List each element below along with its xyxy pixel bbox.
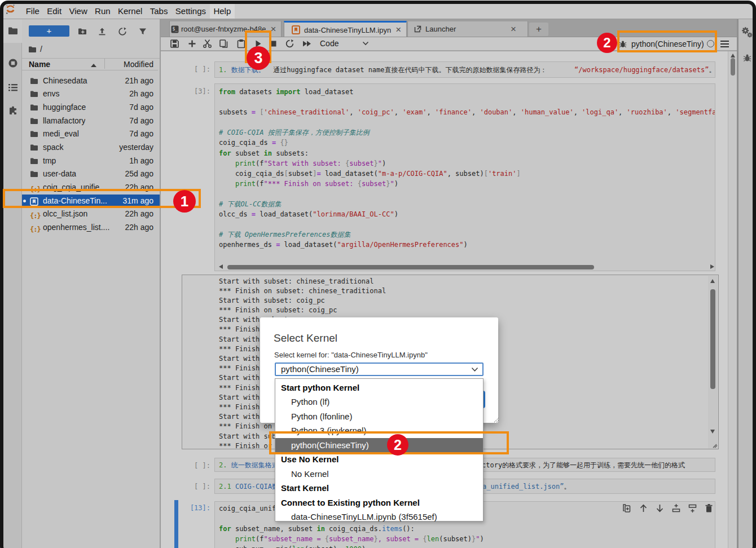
cell-prompt: [3]: xyxy=(177,87,210,95)
cell-source: 1. 数据下载。 通过huggingface dataset name直接在代码… xyxy=(219,65,547,75)
code-segment: 'ruozhiba' xyxy=(627,108,667,116)
kernel-option-python-lfonline-[interactable]: Python (lfonline) xyxy=(275,409,483,423)
kernel-option-data-chinesetinyllm-ipynb-3f5615ef-[interactable]: data-ChineseTinyLLM.ipynb (3f5615ef) xyxy=(275,510,483,524)
file-modified: 22h ago xyxy=(125,209,153,218)
file-browser-icon[interactable] xyxy=(8,26,18,36)
menu-help[interactable]: Help xyxy=(210,4,235,19)
kernel-option-start-kernel[interactable]: Start Kernel xyxy=(275,481,483,495)
code-segment: (): xyxy=(402,525,415,533)
tab-label[interactable]: data-ChineseTinyLLM.ipyn xyxy=(304,26,391,34)
tab-launcher[interactable]: Launcher × xyxy=(407,21,528,37)
menu-edit[interactable]: Edit xyxy=(43,4,65,19)
folder-icon xyxy=(30,90,38,98)
kernel-option-start-python-kernel[interactable]: Start python Kernel xyxy=(275,381,483,395)
tab-close-icon[interactable]: × xyxy=(511,24,516,35)
file-row-tmp[interactable]: tmp1h ago xyxy=(22,154,160,168)
code-cell-3[interactable]: from datasets import load_dataset subset… xyxy=(214,83,715,271)
markdown-cell-1[interactable]: 1. 数据下载。 通过huggingface dataset name直接在代码… xyxy=(214,61,715,78)
table-of-contents-icon[interactable] xyxy=(8,82,18,92)
file-row-spack[interactable]: spackyesterday xyxy=(22,141,160,154)
filter-icon[interactable] xyxy=(138,27,147,36)
kernel-option-connect-to-existing-python-kernel[interactable]: Connect to Existing python Kernel xyxy=(275,496,483,510)
insert-cell-below-icon[interactable] xyxy=(688,503,697,513)
column-name[interactable]: Name xyxy=(29,60,50,69)
file-row-Chinesedata[interactable]: Chinesedata21h ago xyxy=(22,74,160,88)
code-segment: , xyxy=(667,108,675,116)
code-segment xyxy=(219,180,235,188)
code-segment: , xyxy=(427,108,435,116)
new-tab-button[interactable]: + xyxy=(529,23,548,36)
delete-cell-icon[interactable] xyxy=(704,503,714,513)
kernel-option-use-no-kernel[interactable]: Use No Kernel xyxy=(275,452,483,466)
code-segment: 'segmentfault' xyxy=(675,108,715,116)
run-all-icon[interactable] xyxy=(302,39,311,48)
scroll-right-icon[interactable] xyxy=(710,264,714,269)
scrollbar-thumb[interactable] xyxy=(227,265,594,269)
menu-run[interactable]: Run xyxy=(91,4,114,19)
new-launcher-button[interactable]: + xyxy=(29,25,69,37)
file-row-envs[interactable]: envs2h ago xyxy=(22,87,160,101)
output-scrollbar[interactable] xyxy=(708,276,718,449)
kernel-select[interactable]: python(ChineseTiny) xyxy=(275,363,484,376)
insert-cell-icon[interactable] xyxy=(187,39,197,48)
launcher-icon xyxy=(414,25,421,33)
dialog-resize-grip-icon[interactable] xyxy=(493,417,499,423)
upload-icon[interactable] xyxy=(98,27,107,36)
file-list: Chinesedata21h agoenvs2h agohuggingface7… xyxy=(22,74,160,235)
notebook-scrollbar[interactable] xyxy=(728,51,737,548)
code-segment: subset xyxy=(349,160,373,167)
tab-notebook[interactable]: data-ChineseTinyLLM.ipyn × xyxy=(284,21,407,37)
breadcrumb[interactable]: / xyxy=(28,45,42,54)
move-down-icon[interactable] xyxy=(655,503,665,513)
duplicate-cell-icon[interactable] xyxy=(622,503,632,513)
file-row-user-data[interactable]: user-data25d ago xyxy=(22,167,160,181)
file-row-huggingface[interactable]: huggingface7d ago xyxy=(22,101,160,114)
scrollbar-thumb[interactable] xyxy=(731,58,735,76)
scroll-up-icon[interactable] xyxy=(710,279,715,283)
kernel-option-python-lf-[interactable]: Python (lf) xyxy=(275,395,483,409)
chevron-down-icon[interactable] xyxy=(362,41,369,46)
cell-type-dropdown[interactable]: Code xyxy=(320,39,339,48)
menu-tabs[interactable]: Tabs xyxy=(146,4,172,19)
cell-source-cont: ctory的格式要求，为了能够一起用于训练，需要先统一他们的格式 xyxy=(482,461,685,470)
menu-settings[interactable]: Settings xyxy=(172,4,210,19)
new-folder-icon[interactable] xyxy=(78,27,87,36)
running-sessions-icon[interactable] xyxy=(8,58,18,68)
breadcrumb-root[interactable]: / xyxy=(40,45,42,54)
file-row-openhermes_list[interactable]: {:}openhermes_list....22h ago xyxy=(22,221,160,235)
copy-icon[interactable] xyxy=(219,39,228,48)
extensions-icon[interactable] xyxy=(8,106,18,116)
insert-cell-above-icon[interactable] xyxy=(671,503,681,513)
scroll-down-icon[interactable] xyxy=(710,430,715,434)
menu-file[interactable]: File xyxy=(22,4,43,19)
horizontal-scrollbar[interactable] xyxy=(219,264,714,269)
home-folder-icon[interactable] xyxy=(28,46,37,53)
property-inspector-icon[interactable] xyxy=(741,26,753,38)
column-modified[interactable]: Modified xyxy=(124,60,153,69)
restart-icon[interactable] xyxy=(285,39,295,48)
file-row-llamafactory[interactable]: llamafactory7d ago xyxy=(22,114,160,128)
save-icon[interactable] xyxy=(170,39,179,48)
cut-icon[interactable] xyxy=(203,39,212,48)
resize-grip-icon[interactable] xyxy=(711,443,718,448)
code-segment: = xyxy=(268,545,272,548)
scrollbar-thumb[interactable] xyxy=(710,289,715,389)
kernel-option-no-kernel[interactable]: No Kernel xyxy=(275,467,483,481)
scroll-up-icon[interactable] xyxy=(731,54,735,58)
notebook-icon xyxy=(292,25,300,34)
code-segment: load_dataset xyxy=(301,88,354,96)
file-row-olcc_listjson[interactable]: {:}olcc_list.json22h ago xyxy=(22,207,160,221)
menu-kernel[interactable]: Kernel xyxy=(114,4,146,19)
refresh-icon[interactable] xyxy=(118,27,127,36)
file-row-medi_eval[interactable]: medi_eval7d ago xyxy=(22,127,160,141)
tab-label[interactable]: Launcher xyxy=(425,25,506,33)
code-segment: for xyxy=(219,149,231,157)
menu-view[interactable]: View xyxy=(65,4,91,19)
hamburger-menu-icon[interactable] xyxy=(720,41,729,47)
scroll-left-icon[interactable] xyxy=(219,264,223,269)
cell-source-cont: “/workspace/huggingface/datasets”。 xyxy=(574,65,715,75)
debugger-sidebar-icon[interactable] xyxy=(743,54,751,62)
file-modified: 7d ago xyxy=(129,103,153,112)
move-up-icon[interactable] xyxy=(639,503,648,513)
tab-close-icon[interactable]: × xyxy=(395,24,401,36)
